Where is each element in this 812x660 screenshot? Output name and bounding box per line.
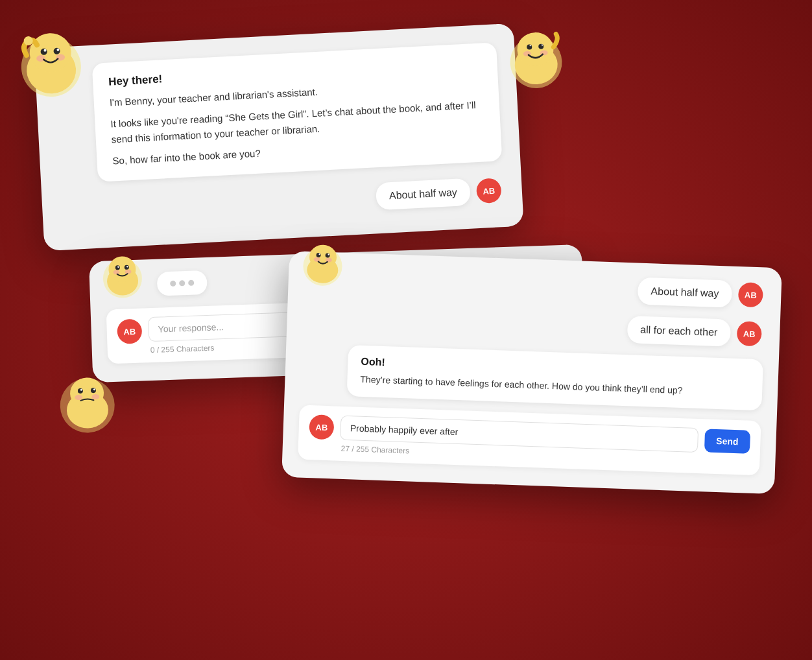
bot-body-text: I'm Benny, your teacher and librarian's …	[109, 75, 486, 168]
benny-avatar-card1	[14, 26, 89, 101]
bot-message-bubble-card1: Hey there! I'm Benny, your teacher and l…	[92, 42, 503, 182]
typing-dot-1	[170, 281, 176, 287]
user-bubble-card1: About half way	[376, 178, 471, 211]
user-avatar-c3-1: AB	[738, 282, 763, 307]
user-bubble-c3-2: all for each other	[627, 316, 731, 347]
typing-dot-2	[179, 280, 185, 286]
benny-avatar-card3	[298, 239, 346, 287]
user-avatar-c3-2: AB	[737, 321, 762, 346]
user-bubble-c3-1: About half way	[638, 277, 732, 308]
input-right-card3: Send 27 / 255 Characters	[339, 416, 750, 467]
typing-indicator	[157, 270, 208, 296]
user-msg-row-c3-2: all for each other AB	[302, 305, 765, 348]
typing-dot-3	[188, 280, 194, 286]
user-message-row-card1: About half way AB	[60, 176, 502, 227]
bot-bubble-card3: Ooh! They’re starting to have feelings f…	[347, 345, 763, 410]
benny-avatar-card2-bl	[54, 369, 121, 436]
user-avatar-card1: AB	[476, 178, 502, 204]
send-button-card3[interactable]: Send	[704, 429, 750, 453]
benny-avatar-card1-right	[504, 27, 569, 92]
chat-card-3: About half way AB all for each other AB …	[281, 251, 782, 494]
input-area-card3: AB Send 27 / 255 Characters	[298, 405, 761, 476]
user-avatar-c3-input: AB	[309, 414, 334, 440]
user-msg-row-c3-1: About half way AB	[304, 266, 766, 309]
benny-avatar-card2	[99, 253, 146, 300]
user-avatar-card2: AB	[117, 319, 142, 344]
chat-card-1: Hey there! I'm Benny, your teacher and l…	[34, 23, 523, 251]
